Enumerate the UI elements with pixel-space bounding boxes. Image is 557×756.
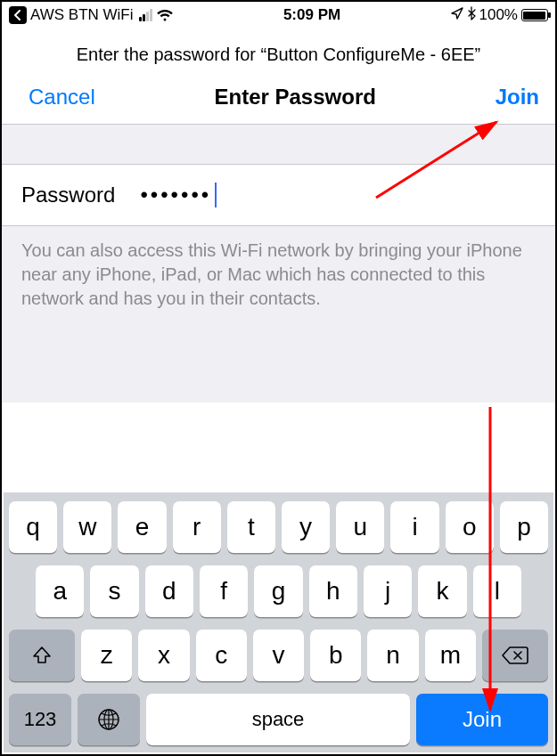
key-l[interactable]: l (473, 565, 521, 617)
help-text: You can also access this Wi-Fi network b… (21, 239, 536, 311)
key-h[interactable]: h (309, 565, 357, 617)
key-d[interactable]: d (145, 565, 193, 617)
join-button[interactable]: Join (496, 85, 539, 110)
backspace-key[interactable] (482, 630, 548, 681)
key-i[interactable]: i (390, 501, 438, 553)
key-b[interactable]: b (310, 630, 361, 681)
key-j[interactable]: j (364, 565, 412, 617)
key-n[interactable]: n (367, 630, 418, 681)
key-x[interactable]: x (138, 630, 189, 681)
carrier-label: AWS BTN WiFi (30, 6, 134, 24)
keyboard-row-4: 123 space Join (9, 694, 548, 745)
globe-key[interactable] (78, 694, 140, 745)
keyboard-row-3: z x c v b n m (9, 630, 548, 681)
page-title: Enter Password (214, 85, 375, 110)
key-w[interactable]: w (63, 501, 111, 553)
password-row[interactable]: Password ••••••• (2, 165, 555, 226)
battery-percent: 100% (479, 6, 518, 24)
status-left: AWS BTN WiFi (9, 6, 174, 24)
key-u[interactable]: u (336, 501, 384, 553)
numbers-key[interactable]: 123 (9, 694, 71, 745)
cell-signal-icon (139, 9, 152, 21)
backspace-icon (502, 646, 528, 665)
location-icon (451, 6, 463, 24)
key-t[interactable]: t (227, 501, 275, 553)
space-key[interactable]: space (146, 694, 410, 745)
key-p[interactable]: p (500, 501, 548, 553)
password-input[interactable]: ••••••• (140, 183, 217, 207)
battery-icon (521, 9, 548, 21)
prompt-subtitle: Enter the password for “Button Configure… (2, 28, 555, 70)
status-bar: AWS BTN WiFi 5:09 PM 100% (2, 2, 555, 28)
clock: 5:09 PM (283, 6, 340, 24)
key-m[interactable]: m (425, 630, 476, 681)
help-area: You can also access this Wi-Fi network b… (2, 226, 555, 402)
password-label: Password (21, 183, 115, 207)
key-y[interactable]: y (282, 501, 330, 553)
key-e[interactable]: e (118, 501, 166, 553)
key-v[interactable]: v (253, 630, 304, 681)
key-r[interactable]: r (173, 501, 221, 553)
key-f[interactable]: f (200, 565, 248, 617)
key-c[interactable]: c (196, 630, 247, 681)
key-z[interactable]: z (81, 630, 132, 681)
key-g[interactable]: g (254, 565, 302, 617)
status-right: 100% (451, 6, 548, 25)
keyboard-row-2: a s d f g h j k l (9, 565, 548, 617)
key-q[interactable]: q (9, 501, 57, 553)
nav-bar: Cancel Enter Password Join (2, 70, 555, 124)
section-gap (2, 124, 555, 165)
keyboard-row-1: q w e r t y u i o p (9, 501, 548, 553)
keyboard: q w e r t y u i o p a s d f g h j k l z … (4, 492, 553, 752)
back-app-icon[interactable] (9, 6, 27, 24)
wifi-icon (156, 8, 174, 22)
text-caret (215, 183, 217, 207)
cancel-button[interactable]: Cancel (29, 85, 95, 110)
password-mask: ••••••• (140, 183, 211, 207)
key-k[interactable]: k (418, 565, 466, 617)
shift-icon (31, 645, 53, 666)
globe-icon (97, 708, 120, 731)
keyboard-join-key[interactable]: Join (416, 694, 548, 745)
shift-key[interactable] (9, 630, 75, 681)
key-o[interactable]: o (446, 501, 494, 553)
key-s[interactable]: s (90, 565, 138, 617)
bluetooth-icon (467, 6, 476, 25)
key-a[interactable]: a (36, 565, 84, 617)
